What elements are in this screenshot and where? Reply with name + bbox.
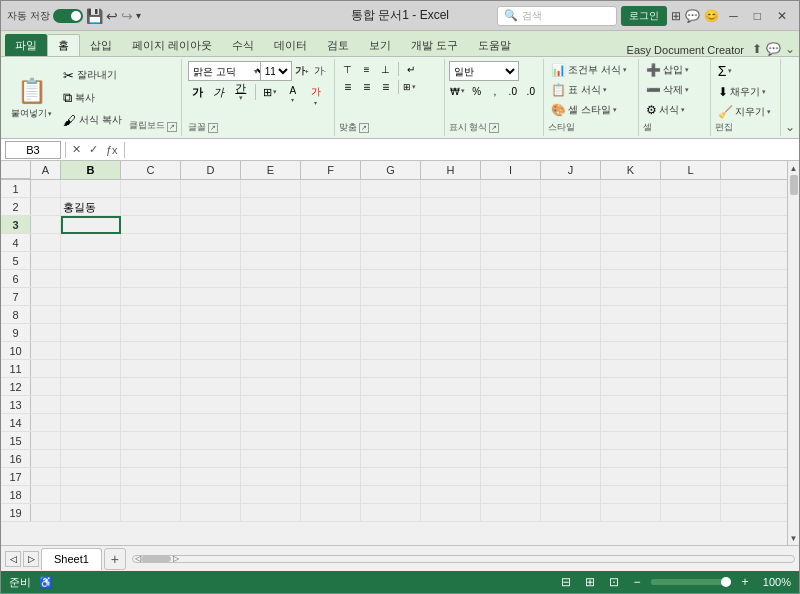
cell-I13[interactable] <box>481 396 541 414</box>
undo-icon[interactable]: ↩ <box>106 8 118 24</box>
cell-B17[interactable] <box>61 468 121 486</box>
cell-J9[interactable] <box>541 324 601 342</box>
cell-H3[interactable] <box>421 216 481 234</box>
cell-G10[interactable] <box>361 342 421 360</box>
cell-D2[interactable] <box>181 198 241 216</box>
col-header-a[interactable]: A <box>31 161 61 179</box>
cell-G9[interactable] <box>361 324 421 342</box>
cell-G8[interactable] <box>361 306 421 324</box>
insert-btn[interactable]: ➕ 삽입 ▾ <box>643 61 706 79</box>
cell-G17[interactable] <box>361 468 421 486</box>
cell-I19[interactable] <box>481 504 541 522</box>
login-button[interactable]: 로그인 <box>621 6 667 26</box>
cell-B6[interactable] <box>61 270 121 288</box>
cell-D4[interactable] <box>181 234 241 252</box>
cell-I11[interactable] <box>481 360 541 378</box>
cell-C4[interactable] <box>121 234 181 252</box>
hscroll-left-btn[interactable]: ◁ <box>135 554 141 563</box>
cell-E4[interactable] <box>241 234 301 252</box>
fill-btn[interactable]: ⬇ 채우기 ▾ <box>715 83 776 101</box>
sheet-tab-sheet1[interactable]: Sheet1 <box>41 548 102 570</box>
cell-L3[interactable] <box>661 216 721 234</box>
cell-K6[interactable] <box>601 270 661 288</box>
cell-B1[interactable] <box>61 180 121 198</box>
cell-A11[interactable] <box>31 360 61 378</box>
cell-F15[interactable] <box>301 432 361 450</box>
sum-btn[interactable]: Σ ▾ <box>715 61 776 81</box>
cell-I5[interactable] <box>481 252 541 270</box>
cell-H9[interactable] <box>421 324 481 342</box>
align-middle-btn[interactable]: ≡ <box>358 61 376 77</box>
merge-btn[interactable]: ⊞▾ <box>402 79 440 95</box>
cell-G14[interactable] <box>361 414 421 432</box>
cell-A17[interactable] <box>31 468 61 486</box>
cell-G16[interactable] <box>361 450 421 468</box>
cell-C13[interactable] <box>121 396 181 414</box>
col-header-f[interactable]: F <box>301 161 361 179</box>
cell-F2[interactable] <box>301 198 361 216</box>
cell-C10[interactable] <box>121 342 181 360</box>
cell-I1[interactable] <box>481 180 541 198</box>
cell-H5[interactable] <box>421 252 481 270</box>
cell-I6[interactable] <box>481 270 541 288</box>
fill-color-button[interactable]: A ▾ <box>282 83 304 101</box>
cell-J10[interactable] <box>541 342 601 360</box>
cell-C6[interactable] <box>121 270 181 288</box>
cell-A16[interactable] <box>31 450 61 468</box>
tab-home[interactable]: 홈 <box>47 34 80 56</box>
cell-G2[interactable] <box>361 198 421 216</box>
cell-J19[interactable] <box>541 504 601 522</box>
cell-A4[interactable] <box>31 234 61 252</box>
cell-I18[interactable] <box>481 486 541 504</box>
cell-K16[interactable] <box>601 450 661 468</box>
confirm-entry-icon[interactable]: ✓ <box>87 143 100 156</box>
cell-J18[interactable] <box>541 486 601 504</box>
restore-button[interactable]: □ <box>748 7 767 25</box>
cell-K2[interactable] <box>601 198 661 216</box>
cell-H12[interactable] <box>421 378 481 396</box>
cell-H18[interactable] <box>421 486 481 504</box>
chat-icon[interactable]: 💬 <box>685 9 700 23</box>
cell-K4[interactable] <box>601 234 661 252</box>
clipboard-dialog-launcher[interactable]: ↗ <box>167 122 177 132</box>
row-num-16[interactable]: 16 <box>1 450 31 467</box>
cell-B3[interactable] <box>61 216 121 234</box>
cell-C12[interactable] <box>121 378 181 396</box>
col-header-i[interactable]: I <box>481 161 541 179</box>
paste-dropdown-icon[interactable]: ▾ <box>48 110 52 118</box>
col-header-g[interactable]: G <box>361 161 421 179</box>
cell-F12[interactable] <box>301 378 361 396</box>
align-top-btn[interactable]: ⊤ <box>339 61 357 77</box>
cell-H15[interactable] <box>421 432 481 450</box>
cell-B15[interactable] <box>61 432 121 450</box>
cell-E2[interactable] <box>241 198 301 216</box>
cell-L17[interactable] <box>661 468 721 486</box>
ribbon-display-icon[interactable]: ⊞ <box>671 9 681 23</box>
cell-E6[interactable] <box>241 270 301 288</box>
underline-dropdown[interactable]: ▾ <box>239 94 243 101</box>
close-button[interactable]: ✕ <box>771 7 793 25</box>
search-box[interactable]: 🔍 검색 <box>497 6 617 26</box>
cell-J4[interactable] <box>541 234 601 252</box>
cell-J13[interactable] <box>541 396 601 414</box>
cell-G4[interactable] <box>361 234 421 252</box>
cell-L5[interactable] <box>661 252 721 270</box>
zoom-level[interactable]: 100% <box>759 576 791 588</box>
cell-D7[interactable] <box>181 288 241 306</box>
cell-E17[interactable] <box>241 468 301 486</box>
cell-H13[interactable] <box>421 396 481 414</box>
cell-F5[interactable] <box>301 252 361 270</box>
cell-K10[interactable] <box>601 342 661 360</box>
cell-G18[interactable] <box>361 486 421 504</box>
cell-A8[interactable] <box>31 306 61 324</box>
decrease-font-btn[interactable]: 가- <box>312 62 328 80</box>
cell-G1[interactable] <box>361 180 421 198</box>
cell-L2[interactable] <box>661 198 721 216</box>
cell-I7[interactable] <box>481 288 541 306</box>
cell-C14[interactable] <box>121 414 181 432</box>
cell-H2[interactable] <box>421 198 481 216</box>
cell-I8[interactable] <box>481 306 541 324</box>
tab-data[interactable]: 데이터 <box>264 34 317 56</box>
cell-E7[interactable] <box>241 288 301 306</box>
cell-L11[interactable] <box>661 360 721 378</box>
